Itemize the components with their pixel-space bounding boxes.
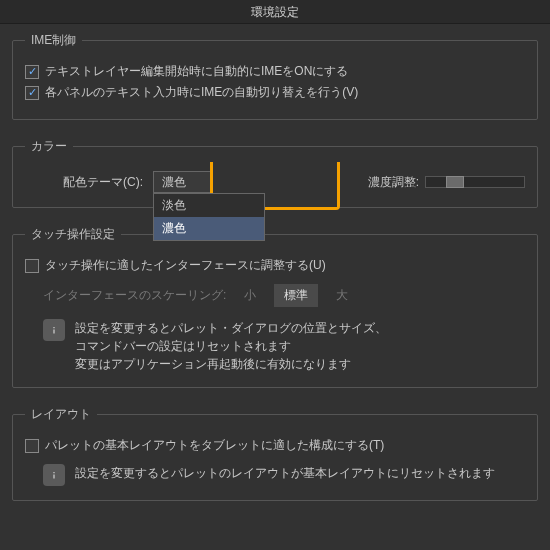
theme-dropdown-value: 濃色 [162,174,186,191]
theme-option-dark[interactable]: 濃色 [154,217,264,240]
density-slider[interactable] [425,176,525,188]
chevron-down-icon: ▾ [250,175,256,189]
density-label: 濃度調整: [368,174,419,191]
group-ime: IME制御 ✓ テキストレイヤー編集開始時に自動的にIMEをONにする ✓ 各パ… [12,32,538,120]
scale-large[interactable]: 大 [326,284,358,307]
layout-note: 設定を変更するとパレットのレイアウトが基本レイアウトにリセットされます [75,464,495,482]
touch-note: 設定を変更するとパレット・ダイアログの位置とサイズ、 コマンドバーの設定はリセッ… [75,319,387,373]
checkbox-ime-auto-on-label: テキストレイヤー編集開始時に自動的にIMEをONにする [45,63,348,80]
info-icon [43,319,65,341]
group-touch: タッチ操作設定 ✓ タッチ操作に適したインターフェースに調整する(U) インター… [12,226,538,388]
group-color: カラー 配色テーマ(C): 濃色 ▾ 淡色 濃色 濃度調整: [12,138,538,208]
info-icon [43,464,65,486]
scale-label: インターフェースのスケーリング: [43,287,226,304]
checkbox-tablet-layout[interactable]: ✓ [25,439,39,453]
checkbox-ime-autoswitch-label: 各パネルのテキスト入力時にIMEの自動切り替えを行う(V) [45,84,358,101]
checkbox-touch-ui[interactable]: ✓ [25,259,39,273]
checkbox-ime-auto-on[interactable]: ✓ [25,65,39,79]
group-ime-legend: IME制御 [25,32,82,49]
checkbox-tablet-layout-label: パレットの基本レイアウトをタブレットに適した構成にする(T) [45,437,384,454]
group-layout-legend: レイアウト [25,406,97,423]
group-touch-legend: タッチ操作設定 [25,226,121,243]
density-slider-thumb[interactable] [446,176,464,188]
theme-dropdown-list: 淡色 濃色 [153,193,265,241]
scale-standard[interactable]: 標準 [274,284,318,307]
checkbox-touch-ui-label: タッチ操作に適したインターフェースに調整する(U) [45,257,326,274]
theme-label: 配色テーマ(C): [63,174,143,191]
group-color-legend: カラー [25,138,73,155]
checkbox-ime-autoswitch[interactable]: ✓ [25,86,39,100]
theme-dropdown[interactable]: 濃色 ▾ 淡色 濃色 [153,171,265,193]
scale-small[interactable]: 小 [234,284,266,307]
window-title: 環境設定 [0,0,550,24]
theme-option-light[interactable]: 淡色 [154,194,264,217]
group-layout: レイアウト ✓ パレットの基本レイアウトをタブレットに適した構成にする(T) 設… [12,406,538,501]
